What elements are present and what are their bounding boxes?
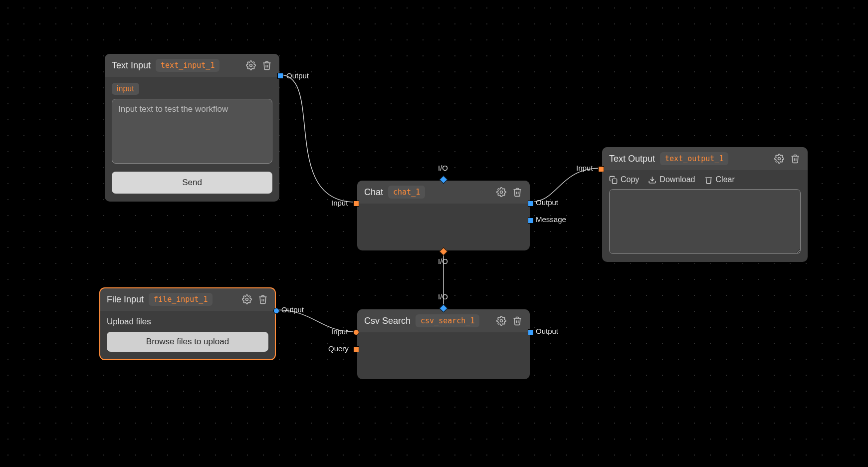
input-port-label: Input — [331, 327, 348, 336]
node-header[interactable]: Csv Search csv_search_1 — [357, 309, 530, 332]
trash-icon[interactable] — [257, 294, 268, 305]
node-title: Chat — [364, 187, 383, 198]
output-port-label: Output — [281, 305, 304, 314]
trash-icon[interactable] — [261, 60, 272, 71]
trash-icon[interactable] — [512, 315, 523, 326]
node-id-badge: file_input_1 — [149, 293, 213, 306]
gear-icon[interactable] — [245, 60, 256, 71]
node-id-badge: csv_search_1 — [416, 314, 479, 327]
gear-icon[interactable] — [241, 294, 252, 305]
download-label: Download — [659, 175, 695, 184]
io-bottom-port[interactable] — [439, 247, 448, 256]
node-header[interactable]: Chat chat_1 — [357, 181, 530, 204]
svg-rect-5 — [612, 179, 617, 183]
output-port[interactable] — [528, 201, 534, 207]
output-port[interactable] — [277, 73, 283, 79]
send-button[interactable]: Send — [112, 172, 272, 194]
node-id-badge: chat_1 — [388, 186, 425, 199]
svg-point-0 — [250, 64, 252, 67]
upload-label: Upload files — [107, 317, 268, 327]
svg-point-1 — [246, 298, 248, 301]
io-bottom-label: I/O — [438, 257, 448, 265]
node-chat[interactable]: Chat chat_1 Input Output Message I/O I/O — [357, 181, 530, 250]
node-canvas[interactable]: Text Input text_input_1 input Send Outpu… — [0, 0, 868, 467]
copy-label: Copy — [621, 175, 639, 184]
node-id-badge: text_output_1 — [660, 152, 728, 165]
svg-point-3 — [500, 320, 503, 322]
gear-icon[interactable] — [496, 187, 507, 198]
node-header[interactable]: Text Output text_output_1 — [602, 147, 808, 170]
input-port-label: Input — [576, 164, 593, 172]
gear-icon[interactable] — [774, 153, 785, 164]
output-port[interactable] — [528, 329, 534, 335]
output-port-label: Output — [286, 71, 309, 80]
io-top-label: I/O — [438, 164, 448, 172]
node-text-output[interactable]: Text Output text_output_1 Copy Download … — [602, 147, 808, 262]
node-title: File Input — [107, 294, 144, 305]
input-port[interactable] — [353, 201, 359, 207]
input-pill: input — [112, 83, 139, 95]
query-port-label: Query — [328, 344, 349, 353]
input-port[interactable] — [598, 166, 604, 172]
gear-icon[interactable] — [496, 315, 507, 326]
svg-point-2 — [500, 191, 503, 194]
output-port-label: Output — [536, 198, 558, 207]
input-port-label: Input — [331, 199, 348, 207]
input-port[interactable] — [353, 329, 359, 335]
svg-point-4 — [778, 158, 781, 160]
download-button[interactable]: Download — [648, 175, 695, 184]
output-text-area[interactable] — [609, 189, 801, 254]
message-port[interactable] — [528, 218, 534, 224]
output-port[interactable] — [273, 308, 279, 314]
message-port-label: Message — [536, 215, 566, 224]
io-top-label: I/O — [438, 292, 448, 301]
node-header[interactable]: File Input file_input_1 — [100, 288, 275, 311]
trash-icon[interactable] — [512, 187, 523, 198]
node-header[interactable]: Text Input text_input_1 — [105, 54, 279, 77]
node-file-input[interactable]: File Input file_input_1 Upload files Bro… — [100, 288, 275, 360]
clear-button[interactable]: Clear — [704, 175, 735, 184]
node-text-input[interactable]: Text Input text_input_1 input Send Outpu… — [105, 54, 279, 202]
query-port[interactable] — [353, 346, 359, 352]
output-port-label: Output — [536, 327, 558, 335]
browse-button[interactable]: Browse files to upload — [107, 332, 268, 352]
copy-button[interactable]: Copy — [609, 175, 639, 184]
node-title: Text Output — [609, 154, 655, 164]
node-csv-search[interactable]: Csv Search csv_search_1 Input Query Outp… — [357, 309, 530, 379]
node-title: Text Input — [112, 60, 151, 71]
clear-label: Clear — [716, 175, 735, 184]
node-title: Csv Search — [364, 316, 411, 326]
trash-icon[interactable] — [790, 153, 801, 164]
node-id-badge: text_input_1 — [156, 59, 219, 72]
text-input-field[interactable] — [112, 99, 272, 164]
